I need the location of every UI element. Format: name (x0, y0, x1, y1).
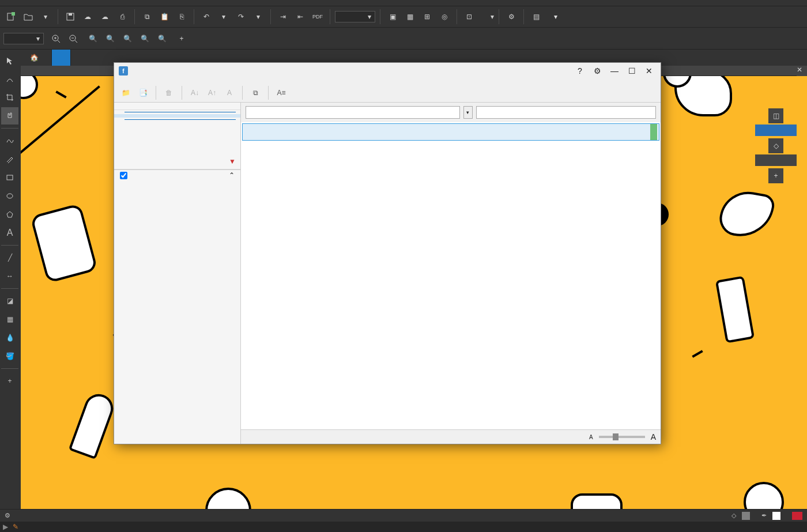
import-button[interactable]: ⇥ (276, 9, 291, 24)
save-button[interactable] (63, 9, 78, 24)
copy-button[interactable]: ⧉ (139, 9, 154, 24)
outline-swatch[interactable] (772, 512, 780, 520)
settings-button[interactable]: ⚙ (590, 65, 604, 77)
zoom-width-icon[interactable]: 🔍 (137, 31, 152, 46)
font-preview-panel: ▾ A A (241, 103, 661, 444)
zoom-level-select[interactable]: ▾ (335, 11, 375, 22)
export-button[interactable]: ⇤ (293, 9, 308, 24)
pen-icon[interactable]: ✒ (761, 512, 767, 519)
help-button[interactable]: ? (573, 65, 587, 77)
zoom-page-icon[interactable]: 🔍 (120, 31, 135, 46)
artistic-media-tool[interactable] (1, 150, 18, 168)
active-document-tab[interactable] (52, 50, 71, 66)
eyedropper-tool[interactable]: 💧 (1, 329, 18, 346)
pan-tool[interactable] (1, 107, 18, 124)
line-tool[interactable]: ╱ (1, 249, 18, 266)
flag-icon[interactable] (792, 512, 802, 520)
grid2-icon[interactable]: ⊞ (420, 9, 435, 24)
polygon-tool[interactable] (1, 206, 18, 223)
tray-arrow[interactable]: ▶ (0, 522, 10, 532)
filters-header: ▼ (114, 154, 240, 169)
zoom-height-icon[interactable]: 🔍 (154, 31, 169, 46)
rectangle-tool[interactable] (1, 169, 18, 186)
objects-docker-tab[interactable] (755, 124, 797, 136)
filter-icon[interactable]: ▼ (229, 157, 236, 165)
transparency-tool[interactable]: ▦ (1, 311, 18, 328)
preview-text-input[interactable] (246, 106, 460, 119)
duplicate-button[interactable]: ⧉ (248, 86, 262, 100)
add-folder-button[interactable]: 📁 (119, 86, 133, 100)
font-manager-titlebar[interactable]: f ? ⚙ — ☐ ✕ (114, 63, 661, 79)
guides-icon[interactable]: ◎ (437, 9, 452, 24)
folders-section[interactable] (114, 110, 240, 114)
ellipse-tool[interactable] (1, 187, 18, 205)
dimension-tool[interactable]: ↔ (1, 267, 18, 285)
color-tray: ▶✎ (0, 522, 807, 532)
cloud-up-icon[interactable]: ☁ (80, 9, 95, 24)
properties-button[interactable]: A≡ (274, 86, 288, 100)
fill-indicator-icon[interactable]: ◇ (731, 512, 736, 519)
separator3 (1, 288, 18, 289)
zoom-in-button[interactable] (48, 31, 63, 46)
freehand-tool[interactable] (1, 132, 18, 149)
new-doc-button[interactable] (3, 9, 18, 24)
close-button[interactable]: ✕ (642, 65, 656, 77)
launch-icon[interactable]: ▤ (529, 9, 544, 24)
paste-button[interactable]: 📋 (157, 9, 172, 24)
clipboard-button[interactable]: ⎘ (174, 9, 189, 24)
crop-tool[interactable] (1, 89, 18, 106)
text-tool[interactable]: A (1, 224, 18, 242)
add-tool[interactable]: + (1, 372, 18, 390)
dropshadow-tool[interactable]: ◪ (1, 292, 18, 310)
maximize-button[interactable]: ☐ (625, 65, 639, 77)
docker-icon-1[interactable]: ◫ (768, 108, 783, 123)
grid-icon[interactable]: ▦ (402, 9, 417, 24)
preview-size-slider[interactable] (599, 436, 645, 438)
docker-icon-2[interactable]: ◇ (768, 138, 783, 153)
fullscreen-icon[interactable]: ▣ (385, 9, 400, 24)
cloud-down-icon[interactable]: ☁ (97, 9, 112, 24)
undo-dropdown[interactable]: ▾ (216, 9, 231, 24)
collapse-icon[interactable]: ⌃ (229, 171, 235, 179)
variable-fonts-filter[interactable]: ⌃ (114, 170, 240, 180)
snap-arrow-icon[interactable]: ▾ (491, 13, 494, 21)
undo-button[interactable]: ↶ (199, 9, 214, 24)
shape-tool[interactable] (1, 70, 18, 88)
font-family-header[interactable] (242, 123, 659, 141)
zoom-level-select-2[interactable]: ▾ (3, 33, 44, 44)
open-button[interactable] (21, 9, 36, 24)
zoom-selection-icon[interactable]: 🔍 (85, 31, 100, 46)
fill-swatch[interactable] (742, 512, 750, 520)
redo-dropdown[interactable]: ▾ (251, 9, 266, 24)
pick-tool[interactable] (1, 52, 18, 69)
pencil-icon[interactable]: ✎ (10, 522, 21, 532)
font-action-button: A (223, 86, 236, 100)
object-styles-docker-tab[interactable] (755, 154, 797, 166)
options-button[interactable]: ⚙ (504, 9, 519, 24)
separator (1, 128, 18, 129)
preview-dropdown[interactable]: ▾ (463, 106, 473, 119)
zoom-all-icon[interactable]: 🔍 (103, 31, 118, 46)
minimize-button[interactable]: — (608, 65, 621, 77)
zoom-out-button[interactable] (66, 31, 81, 46)
font-list[interactable] (241, 122, 661, 429)
add-button[interactable]: + (174, 31, 189, 46)
dropdown-arrow-icon[interactable]: ▾ (38, 9, 53, 24)
pdf-button[interactable]: PDF (310, 9, 325, 24)
svg-line-5 (58, 40, 60, 43)
launch-dropdown[interactable]: ▾ (546, 13, 562, 21)
fill-tool[interactable]: 🪣 (1, 348, 18, 365)
collections-section[interactable] (114, 118, 240, 122)
size-smaller-icon[interactable]: A (589, 434, 593, 440)
snap-icon[interactable]: ⊡ (462, 9, 477, 24)
size-larger-icon[interactable]: A (651, 432, 656, 442)
add-collection-button[interactable]: 📑 (136, 86, 150, 100)
svg-point-12 (7, 194, 13, 198)
print-button[interactable]: ⎙ (115, 9, 130, 24)
search-input[interactable] (476, 106, 656, 119)
redo-button[interactable]: ↷ (233, 9, 248, 24)
docker-add-button[interactable]: + (768, 168, 783, 183)
filters-panel: ⌃ (114, 169, 240, 444)
home-tab[interactable]: 🏠 (21, 50, 52, 66)
gear-icon[interactable]: ⚙ (5, 512, 10, 519)
